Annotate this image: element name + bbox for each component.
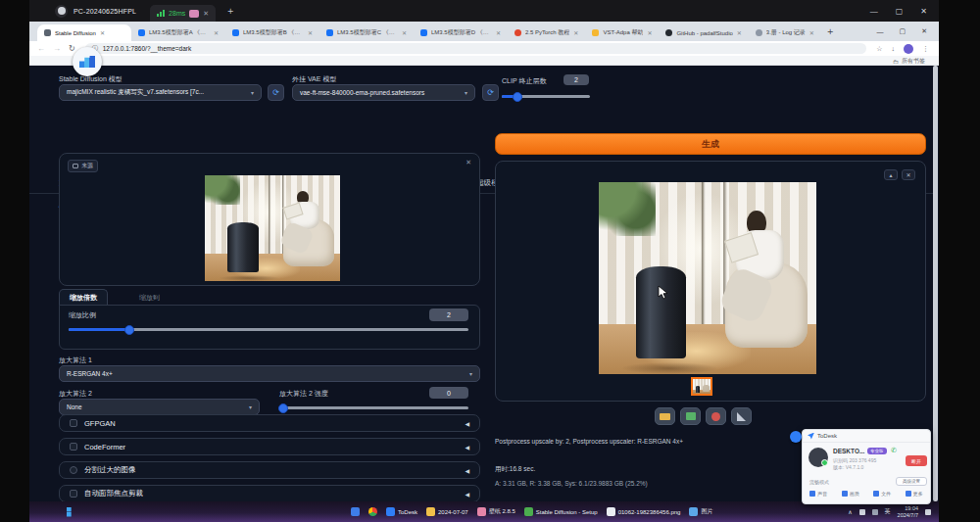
checkbox[interactable] bbox=[70, 466, 77, 474]
clip-skip-slider[interactable] bbox=[502, 95, 590, 98]
send-to-extras-button[interactable] bbox=[731, 407, 752, 425]
save-image-button[interactable] bbox=[680, 407, 701, 425]
source-image-panel[interactable]: 来源 ✕ bbox=[59, 153, 480, 286]
tab-close-icon[interactable]: ✕ bbox=[496, 29, 501, 36]
clear-image-icon[interactable]: ✕ bbox=[466, 159, 471, 166]
scale-value[interactable]: 2 bbox=[429, 308, 468, 321]
disconnect-button[interactable]: 断开 bbox=[906, 455, 927, 466]
quality-toggle[interactable]: 画质 bbox=[842, 491, 859, 497]
checkbox[interactable] bbox=[70, 443, 77, 451]
new-session-button[interactable]: ＋ bbox=[225, 4, 235, 18]
sd-model-refresh-button[interactable]: ⟳ bbox=[268, 84, 284, 101]
notification-icon[interactable] bbox=[925, 509, 931, 515]
close-icon[interactable]: ✕ bbox=[921, 27, 927, 35]
tab-close-icon[interactable]: ✕ bbox=[737, 29, 742, 36]
accordion-split-oversized[interactable]: 分割过大的图像 ◀ bbox=[59, 461, 480, 479]
upscaler2-strength-slider[interactable] bbox=[279, 406, 468, 409]
close-icon[interactable]: ✕ bbox=[920, 7, 927, 16]
gallery-thumbnail-selected[interactable] bbox=[691, 377, 712, 396]
back-icon[interactable]: ← bbox=[37, 44, 45, 53]
forward-icon[interactable]: → bbox=[53, 44, 61, 53]
new-tab-button[interactable]: ＋ bbox=[825, 24, 835, 38]
collapse-icon[interactable]: ◀ bbox=[465, 444, 469, 451]
tray-icon[interactable] bbox=[859, 509, 865, 515]
send-to-img2img-button[interactable] bbox=[706, 407, 726, 425]
tab-close-icon[interactable]: ✕ bbox=[100, 29, 105, 36]
download-icon[interactable]: ↓ bbox=[892, 45, 896, 52]
generate-button[interactable]: 生成 bbox=[495, 133, 926, 155]
tab-close-icon[interactable]: ✕ bbox=[809, 29, 814, 36]
vae-dropdown[interactable]: vae-ft-mse-840000-ema-pruned.safetensors… bbox=[292, 84, 475, 101]
session-close-icon[interactable]: ✕ bbox=[203, 10, 209, 18]
browser-tab[interactable]: LM3.5模型部署B 《知乎》✕ bbox=[225, 24, 319, 41]
browser-tab[interactable]: LM3.5模型部署C 《知乎》✕ bbox=[319, 24, 414, 41]
tab-close-icon[interactable]: ✕ bbox=[308, 29, 313, 36]
input-language[interactable]: 英 bbox=[885, 507, 891, 516]
upscaler1-dropdown[interactable]: R-ESRGAN 4x+ ▾ bbox=[59, 365, 480, 382]
page-scrollbar[interactable] bbox=[933, 66, 938, 501]
file-transfer-toggle[interactable]: 文件 bbox=[873, 491, 891, 497]
browser-tab-active[interactable]: Stable Diffusion ✕ bbox=[37, 24, 131, 41]
vae-refresh-button[interactable]: ⟳ bbox=[482, 84, 499, 101]
sd-model-dropdown[interactable]: majicMIX realistic 麦橘写实_v7.safetensors [… bbox=[59, 84, 262, 101]
advanced-settings-button[interactable]: 高级设置 bbox=[896, 477, 927, 486]
tab-scale-by[interactable]: 缩放倍数 bbox=[59, 289, 108, 306]
accordion-codeformer[interactable]: CodeFormer ◀ bbox=[59, 438, 480, 455]
scale-slider[interactable] bbox=[69, 328, 468, 331]
accordion-gfpgan[interactable]: GFPGAN ◀ bbox=[59, 414, 480, 432]
maximize-icon[interactable]: ▢ bbox=[896, 7, 904, 16]
checkbox[interactable] bbox=[70, 490, 77, 498]
collapse-icon[interactable]: ◀ bbox=[465, 467, 469, 474]
source-image[interactable] bbox=[205, 175, 340, 281]
output-image[interactable] bbox=[599, 182, 816, 374]
open-folder-button[interactable] bbox=[655, 407, 675, 425]
tray-chevron-icon[interactable]: ∧ bbox=[848, 508, 852, 515]
tab-close-icon[interactable]: ✕ bbox=[573, 29, 578, 36]
collapse-icon[interactable]: ◀ bbox=[465, 491, 469, 498]
taskbar-folder[interactable]: 2024-07-07 bbox=[426, 507, 468, 516]
close-output-icon[interactable]: ✕ bbox=[902, 169, 915, 180]
menu-kebab-icon[interactable]: ⋮ bbox=[922, 45, 929, 53]
taskbar-todesk[interactable]: ToDesk bbox=[386, 507, 417, 516]
chrome-icon[interactable] bbox=[368, 507, 377, 516]
task-view-icon[interactable] bbox=[351, 507, 360, 516]
browser-tab[interactable]: LM3.5模型部署A 《知乎》✕ bbox=[131, 24, 225, 41]
more-toggle[interactable]: 更多 bbox=[906, 491, 923, 497]
all-bookmarks-button[interactable]: 🗀 所有书签 bbox=[893, 57, 925, 66]
browser-tab[interactable]: 2.5 PyTorch 教程✕ bbox=[508, 24, 585, 41]
upscaler2-dropdown[interactable]: None ▾ bbox=[59, 399, 260, 415]
todesk-floating-ball[interactable] bbox=[790, 431, 802, 443]
profile-avatar[interactable] bbox=[904, 44, 913, 54]
start-button[interactable] bbox=[67, 507, 76, 517]
browser-tab[interactable]: GitHub - padalfStudio✕ bbox=[659, 24, 748, 41]
tab-close-icon[interactable]: ✕ bbox=[647, 29, 652, 36]
upscaler2-strength-value[interactable]: 0 bbox=[429, 387, 468, 399]
url-field[interactable]: ⓘ 127.0.0.1:7860/?__theme=dark bbox=[85, 43, 867, 54]
tab-close-icon[interactable]: ✕ bbox=[214, 29, 219, 36]
photo-shadow bbox=[620, 362, 718, 374]
taskbar-pictures[interactable]: 图片 bbox=[689, 507, 712, 516]
taskbar-wallpaper-app[interactable]: 壁纸 2.8.5 bbox=[477, 507, 515, 516]
minimize-icon[interactable]: — bbox=[877, 28, 884, 35]
taskbar-image-file[interactable]: 01062-1982386456.png bbox=[607, 507, 681, 516]
tab-scale-to[interactable]: 缩放到 bbox=[129, 289, 170, 306]
clip-skip-value[interactable]: 2 bbox=[564, 74, 589, 85]
voice-call-icon[interactable]: ✆ bbox=[891, 447, 897, 454]
session-tab[interactable]: 28ms ✕ bbox=[150, 5, 216, 22]
collapse-icon[interactable]: ◀ bbox=[465, 420, 469, 427]
browser-tab[interactable]: LM3.5模型部署D 《知乎》✕ bbox=[414, 24, 508, 41]
tab-close-icon[interactable]: ✕ bbox=[402, 29, 407, 36]
clock[interactable]: 19:04 2024/7/7 bbox=[898, 505, 918, 518]
taskbar-sd-setup[interactable]: Stable Diffusion - Setup bbox=[524, 507, 598, 516]
checkbox[interactable] bbox=[70, 419, 77, 427]
browser-tab[interactable]: 3.册 - Log 记录✕ bbox=[749, 24, 821, 41]
browser-tab[interactable]: VST-Adpa 帮助✕ bbox=[585, 24, 659, 41]
accordion-auto-face-crop[interactable]: 自动面部焦点剪裁 ◀ bbox=[59, 485, 480, 502]
maximize-icon[interactable]: ▢ bbox=[900, 27, 906, 35]
minimize-icon[interactable]: — bbox=[870, 7, 878, 16]
tray-icon[interactable] bbox=[872, 509, 878, 515]
bookmark-star-icon[interactable]: ☆ bbox=[876, 45, 882, 53]
fullscreen-icon[interactable]: ▴ bbox=[884, 169, 898, 180]
sound-toggle[interactable]: 声音 bbox=[809, 491, 827, 497]
reload-icon[interactable]: ↻ bbox=[69, 44, 75, 53]
